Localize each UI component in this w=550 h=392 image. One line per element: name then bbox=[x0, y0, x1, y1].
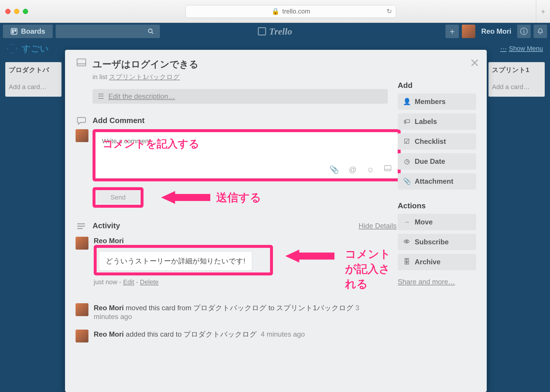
user-avatar[interactable] bbox=[462, 25, 475, 38]
sidebar-attachment-button[interactable]: 📎Attachment bbox=[398, 173, 476, 190]
hide-details-link[interactable]: Hide Details bbox=[359, 222, 397, 230]
maximize-window-button[interactable] bbox=[23, 9, 28, 14]
send-button[interactable]: Send bbox=[97, 191, 139, 204]
url-text: trello.com bbox=[282, 8, 310, 15]
activity-avatar bbox=[76, 330, 88, 342]
comment-bubble: どういうストーリーか詳細が知りたいです! bbox=[99, 251, 252, 271]
svg-rect-2 bbox=[14, 29, 16, 32]
sidebar-actions-heading: Actions bbox=[398, 201, 476, 210]
reload-icon[interactable]: ↻ bbox=[387, 8, 392, 15]
create-button[interactable]: ＋ bbox=[445, 25, 459, 38]
list-title[interactable]: スプリント1 bbox=[492, 66, 541, 74]
address-bar[interactable]: 🔒 trello.com ↻ bbox=[185, 5, 396, 18]
card-modal: ✕ ユーザはログインできる in list スプリント1バックログ ☰ Edit… bbox=[65, 50, 487, 392]
lock-icon: 🔒 bbox=[271, 8, 279, 15]
boards-button[interactable]: Boards bbox=[3, 25, 53, 38]
person-icon: 👤 bbox=[403, 98, 411, 105]
board-icon bbox=[7, 44, 17, 54]
add-comment-heading: Add Comment bbox=[93, 116, 145, 125]
annotation-frame: Send bbox=[93, 187, 144, 208]
activity-heading: Activity bbox=[93, 221, 120, 230]
info-button[interactable]: ⓘ bbox=[517, 25, 531, 38]
activity-author[interactable]: Reo Mori bbox=[94, 330, 124, 338]
annotation-frame: どういうストーリーか詳細が知りたいです! bbox=[94, 245, 273, 275]
svg-rect-1 bbox=[12, 29, 14, 33]
board-name[interactable]: すごい bbox=[22, 43, 49, 55]
sidebar-add-heading: Add bbox=[398, 81, 476, 90]
tag-icon: 🏷 bbox=[403, 118, 411, 125]
archive-icon: 🗄 bbox=[403, 258, 411, 266]
sidebar-checklist-button[interactable]: ☑Checklist bbox=[398, 133, 476, 150]
attachment-icon: 📎 bbox=[403, 178, 411, 185]
card-icon bbox=[76, 58, 87, 66]
edit-comment-link[interactable]: Edit bbox=[123, 278, 134, 286]
bell-icon bbox=[537, 28, 544, 35]
activity-avatar bbox=[76, 237, 88, 250]
card-icon[interactable] bbox=[384, 165, 391, 174]
delete-comment-link[interactable]: Delete bbox=[140, 278, 159, 286]
sidebar-archive-button[interactable]: 🗄Archive bbox=[398, 254, 476, 270]
sidebar-members-button[interactable]: 👤Members bbox=[398, 93, 476, 110]
description-icon: ☰ bbox=[98, 92, 104, 100]
logo-icon bbox=[258, 27, 266, 35]
annotation-arrow bbox=[161, 191, 210, 204]
boards-label: Boards bbox=[21, 27, 45, 35]
add-card-link[interactable]: Add a card… bbox=[9, 83, 58, 91]
search-input[interactable] bbox=[56, 25, 160, 38]
svg-point-12 bbox=[77, 223, 78, 224]
close-window-button[interactable] bbox=[5, 9, 11, 14]
boards-icon bbox=[11, 28, 18, 35]
user-name[interactable]: Reo Mori bbox=[478, 27, 514, 35]
app-header: Boards Trello ＋ Reo Mori ⓘ bbox=[0, 23, 550, 40]
close-icon[interactable]: ✕ bbox=[470, 56, 480, 70]
minimize-window-button[interactable] bbox=[14, 9, 19, 14]
activity-author[interactable]: Reo Mori bbox=[94, 304, 124, 312]
eye-icon: 👁 bbox=[403, 238, 411, 246]
list-column: スプリント1 Add a card… bbox=[488, 62, 545, 97]
card-in-list: in list スプリント1バックログ bbox=[93, 73, 199, 81]
mention-icon[interactable]: @ bbox=[349, 165, 356, 174]
arrow-right-icon: → bbox=[403, 218, 411, 226]
svg-point-14 bbox=[77, 228, 78, 229]
svg-rect-7 bbox=[385, 166, 391, 171]
activity-avatar bbox=[76, 303, 88, 316]
search-icon bbox=[148, 28, 154, 35]
card-title[interactable]: ユーザはログインできる bbox=[93, 58, 199, 71]
share-more-link[interactable]: Share and more… bbox=[398, 278, 476, 286]
attachment-icon[interactable]: 📎 bbox=[329, 165, 339, 174]
activity-time: 4 minutes ago bbox=[261, 330, 305, 338]
sidebar-labels-button[interactable]: 🏷Labels bbox=[398, 113, 476, 130]
show-menu-link[interactable]: ⋯Show Menu bbox=[500, 45, 543, 52]
svg-point-3 bbox=[148, 29, 152, 33]
activity-icon bbox=[76, 222, 87, 229]
annotation-label: コメントを記入する bbox=[103, 137, 199, 151]
svg-rect-5 bbox=[77, 59, 86, 66]
notifications-button[interactable] bbox=[534, 25, 547, 38]
comment-icon bbox=[76, 116, 87, 125]
window-controls bbox=[5, 9, 28, 14]
browser-chrome: 🔒 trello.com ↻ + bbox=[0, 0, 550, 23]
annotation-label: コメントが記入される bbox=[345, 247, 397, 292]
new-tab-button[interactable]: + bbox=[536, 0, 550, 23]
annotation-arrow bbox=[285, 250, 334, 263]
annotation-label: 送信する bbox=[216, 190, 261, 205]
svg-point-13 bbox=[77, 226, 78, 227]
commenter-avatar bbox=[76, 129, 88, 142]
clock-icon: ◷ bbox=[403, 158, 411, 165]
list-title[interactable]: プロダクトバ bbox=[9, 66, 58, 74]
add-card-link[interactable]: Add a card… bbox=[492, 83, 541, 91]
sidebar-subscribe-button[interactable]: 👁Subscribe bbox=[398, 234, 476, 250]
checklist-icon: ☑ bbox=[403, 138, 411, 145]
activity-author[interactable]: Reo Mori bbox=[94, 237, 124, 245]
activity-meta: just now - Edit - Delete bbox=[94, 278, 273, 286]
emoji-icon[interactable]: ☺ bbox=[366, 165, 374, 174]
trello-logo[interactable]: Trello bbox=[258, 26, 292, 37]
sidebar-move-button[interactable]: →Move bbox=[398, 214, 476, 230]
list-column: プロダクトバ Add a card… bbox=[5, 62, 62, 97]
edit-description-button[interactable]: ☰ Edit the description… bbox=[93, 89, 388, 104]
sidebar-duedate-button[interactable]: ◷Due Date bbox=[398, 153, 476, 170]
card-sidebar: Add 👤Members 🏷Labels ☑Checklist ◷Due Dat… bbox=[398, 74, 476, 286]
svg-line-4 bbox=[152, 32, 153, 34]
list-link[interactable]: スプリント1バックログ bbox=[109, 73, 180, 81]
